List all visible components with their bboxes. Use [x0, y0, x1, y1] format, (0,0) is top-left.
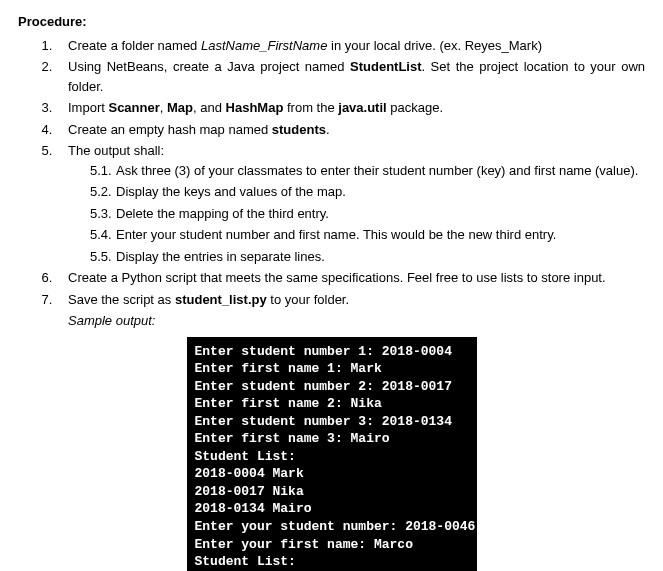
step-7: Save the script as student_list.py to yo…: [56, 290, 645, 310]
step-3-p1: Import: [68, 100, 108, 115]
step-1-pre: Create a folder named: [68, 38, 201, 53]
step-3-b4: java.util: [338, 100, 386, 115]
step-4: Create an empty hash map named students.: [56, 120, 645, 140]
sub-5-4-text: Enter your student number and first name…: [116, 227, 556, 242]
step-5-text: The output shall:: [68, 143, 164, 158]
step-5: The output shall: 5.1.Ask three (3) of y…: [56, 141, 645, 266]
sample-output-label: Sample output:: [68, 311, 645, 331]
step-4-bold: students: [272, 122, 326, 137]
procedure-heading: Procedure:: [18, 12, 645, 32]
sub-5-5: 5.5.Display the entries in separate line…: [90, 247, 645, 267]
sub-5-4: 5.4.Enter your student number and first …: [90, 225, 645, 245]
procedure-list: Create a folder named LastName_FirstName…: [18, 36, 645, 310]
step-4-pre: Create an empty hash map named: [68, 122, 272, 137]
terminal-output: Enter student number 1: 2018-0004 Enter …: [187, 337, 477, 572]
sub-5-2-text: Display the keys and values of the map.: [116, 184, 346, 199]
step-7-bold: student_list.py: [175, 292, 267, 307]
step-3: Import Scanner, Map, and HashMap from th…: [56, 98, 645, 118]
sub-5-5-num: 5.5.: [90, 247, 116, 267]
step-1: Create a folder named LastName_FirstName…: [56, 36, 645, 56]
step-2-pre: Using NetBeans, create a Java project na…: [68, 59, 350, 74]
sub-5-3-num: 5.3.: [90, 204, 116, 224]
step-3-b3: HashMap: [226, 100, 284, 115]
sub-5-2-num: 5.2.: [90, 182, 116, 202]
step-3-b2: Map: [167, 100, 193, 115]
step-6: Create a Python script that meets the sa…: [56, 268, 645, 288]
step-1-post: in your local drive. (ex. Reyes_Mark): [327, 38, 542, 53]
sub-5-2: 5.2.Display the keys and values of the m…: [90, 182, 645, 202]
sub-5-5-text: Display the entries in separate lines.: [116, 249, 325, 264]
step-7-post: to your folder.: [267, 292, 349, 307]
sub-5-1-num: 5.1.: [90, 161, 116, 181]
sub-5-3: 5.3.Delete the mapping of the third entr…: [90, 204, 645, 224]
step-3-p4: from the: [283, 100, 338, 115]
sub-5-3-text: Delete the mapping of the third entry.: [116, 206, 329, 221]
step-3-b1: Scanner: [108, 100, 159, 115]
step-3-p5: package.: [387, 100, 443, 115]
step-7-pre: Save the script as: [68, 292, 175, 307]
step-1-italic: LastName_FirstName: [201, 38, 327, 53]
step-4-post: .: [326, 122, 330, 137]
step-2-bold: StudentList: [350, 59, 422, 74]
sub-5-1-text: Ask three (3) of your classmates to ente…: [116, 163, 638, 178]
step-2: Using NetBeans, create a Java project na…: [56, 57, 645, 96]
sub-5-1: 5.1.Ask three (3) of your classmates to …: [90, 161, 645, 181]
step-3-p2: ,: [160, 100, 167, 115]
sub-5-4-num: 5.4.: [90, 225, 116, 245]
step-5-sublist: 5.1.Ask three (3) of your classmates to …: [68, 161, 645, 267]
step-3-p3: , and: [193, 100, 226, 115]
